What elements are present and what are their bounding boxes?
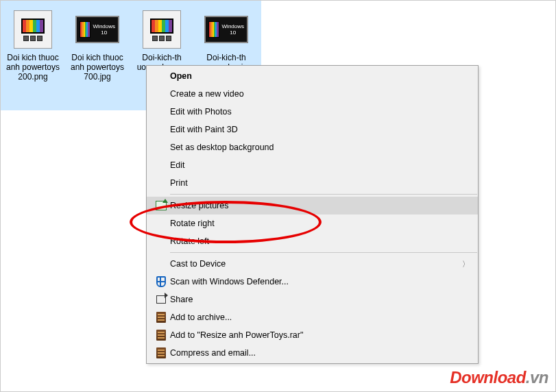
windows10-thumb-icon: Windows10 [75, 16, 119, 43]
archive-icon [152, 347, 170, 358]
menu-open[interactable]: Open [147, 67, 478, 85]
menu-edit-photos[interactable]: Edit with Photos [147, 103, 478, 121]
file-label: Doi kich thuoc anh powertoys 200.png [3, 53, 63, 82]
menu-add-to-archive[interactable]: Add to archive... [147, 308, 478, 326]
file-item[interactable]: Windows10 Doi kich thuoc anh powertoys 7… [66, 3, 129, 110]
menu-scan-defender[interactable]: Scan with Windows Defender... [147, 273, 478, 291]
image-app-icon [14, 10, 52, 49]
file-thumb [132, 6, 192, 53]
menu-share[interactable]: Share [147, 291, 478, 308]
submenu-arrow-icon: 〉 [462, 259, 470, 269]
menu-label: Edit [170, 160, 470, 170]
share-icon [152, 295, 170, 304]
menu-set-desktop-bg[interactable]: Set as desktop background [147, 138, 478, 156]
menu-resize-pictures[interactable]: Resize pictures [147, 197, 478, 215]
menu-rotate-right[interactable]: Rotate right [147, 215, 478, 232]
menu-create-video[interactable]: Create a new video [147, 85, 478, 103]
menu-label: Create a new video [170, 89, 470, 99]
menu-edit-paint3d[interactable]: Edit with Paint 3D [147, 121, 478, 138]
file-label: Doi kich thuoc anh powertoys 700.jpg [67, 53, 128, 82]
windows10-thumb-icon: Windows10 [204, 16, 248, 43]
context-menu: Open Create a new video Edit with Photos… [146, 65, 479, 364]
archive-icon [152, 312, 170, 323]
menu-label: Edit with Photos [170, 107, 470, 117]
menu-label: Edit with Paint 3D [170, 125, 470, 134]
menu-label: Resize pictures [170, 201, 470, 210]
image-app-icon [143, 10, 181, 49]
menu-label: Rotate left [170, 236, 470, 246]
menu-compress-email[interactable]: Compress and email... [147, 344, 478, 362]
menu-label: Rotate right [170, 219, 470, 228]
menu-label: Set as desktop background [170, 143, 470, 152]
menu-edit[interactable]: Edit [147, 156, 478, 174]
menu-label: Compress and email... [170, 348, 470, 358]
menu-separator [170, 194, 477, 195]
watermark-text: Download [450, 368, 526, 387]
watermark-suffix: .vn [526, 368, 548, 387]
file-thumb: Windows10 [196, 6, 256, 53]
menu-label: Add to "Resize anh PowerToys.rar" [170, 330, 470, 340]
menu-label: Print [170, 178, 470, 188]
menu-label: Open [170, 71, 470, 81]
menu-cast-to-device[interactable]: Cast to Device 〉 [147, 255, 478, 273]
watermark-logo: Download.vn [450, 368, 548, 387]
file-item[interactable]: Doi kich thuoc anh powertoys 200.png [1, 3, 64, 110]
menu-add-to-named-archive[interactable]: Add to "Resize anh PowerToys.rar" [147, 326, 478, 344]
archive-icon [152, 330, 170, 341]
menu-print[interactable]: Print [147, 174, 478, 192]
menu-label: Scan with Windows Defender... [170, 277, 470, 286]
menu-label: Cast to Device [170, 259, 462, 269]
menu-label: Add to archive... [170, 313, 470, 322]
menu-rotate-left[interactable]: Rotate left [147, 232, 478, 250]
menu-label: Share [170, 295, 470, 304]
file-thumb [3, 6, 63, 53]
menu-separator [170, 252, 477, 253]
shield-icon [152, 276, 170, 287]
file-thumb: Windows10 [67, 6, 128, 53]
resize-icon [152, 201, 170, 210]
